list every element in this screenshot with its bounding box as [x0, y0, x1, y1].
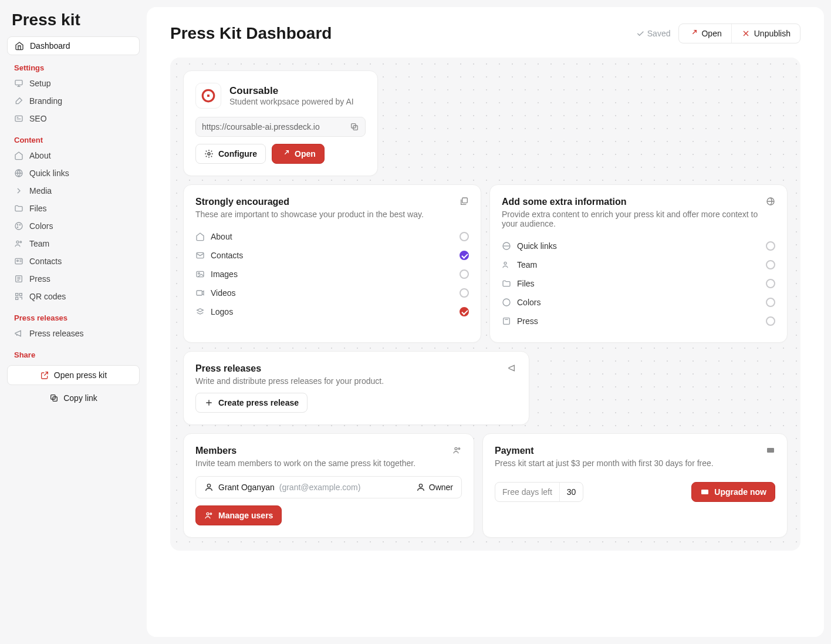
svg-rect-26	[197, 291, 202, 295]
megaphone-icon	[14, 329, 23, 338]
share-link-label: Copy link	[63, 393, 97, 403]
sidebar-item-about[interactable]: About	[7, 147, 140, 164]
sidebar-item-label: QR codes	[29, 292, 66, 301]
nav-section-press-releases: Press releases	[7, 305, 140, 325]
extra-card: Add some extra information Provide extra…	[489, 184, 788, 343]
svg-point-3	[15, 222, 22, 230]
svg-point-29	[504, 262, 506, 264]
open-press-kit-button[interactable]: Open press kit	[7, 365, 140, 385]
todo-item-press[interactable]: Press	[502, 312, 775, 331]
card-subtitle: Provide extra content to enrich your pre…	[502, 210, 766, 228]
product-url: https://coursable-ai.pressdeck.io	[202, 122, 320, 132]
todo-item-about[interactable]: About	[195, 227, 469, 246]
svg-rect-31	[504, 318, 510, 325]
encouraged-card: Strongly encouraged These are important …	[183, 184, 481, 343]
status-circle	[766, 298, 775, 307]
external-link-icon	[40, 370, 49, 380]
configure-button[interactable]: Configure	[195, 144, 266, 164]
credit-card-icon	[766, 446, 775, 455]
sidebar-item-label: Team	[29, 239, 49, 248]
sidebar-item-branding[interactable]: Branding	[7, 92, 140, 110]
svg-point-4	[17, 224, 18, 225]
chevron-right-icon	[14, 186, 23, 195]
free-days-box: Free days left 30	[495, 482, 583, 502]
video-icon	[195, 288, 205, 298]
create-press-release-button[interactable]: Create press release	[195, 393, 308, 413]
product-subtitle: Student workpsace powered by AI	[229, 97, 354, 106]
sidebar-item-label: Press releases	[29, 329, 84, 338]
sidebar-item-colors[interactable]: Colors	[7, 217, 140, 235]
todo-item-logos[interactable]: Logos	[195, 302, 469, 321]
todo-item-colors[interactable]: Colors	[502, 293, 775, 312]
copy-icon[interactable]	[350, 122, 359, 132]
check-icon	[636, 29, 645, 38]
sidebar-item-files[interactable]: Files	[7, 200, 140, 217]
sidebar-item-label: Media	[29, 186, 52, 195]
svg-point-35	[419, 484, 422, 487]
status-circle	[460, 269, 469, 279]
manage-users-button[interactable]: Manage users	[195, 505, 282, 525]
svg-rect-0	[15, 80, 22, 85]
sidebar-item-qr-codes[interactable]: QR codes	[7, 288, 140, 305]
member-row: Grant Oganyan (grant@example.com) Owner	[195, 476, 462, 498]
todo-item-contacts[interactable]: Contacts	[195, 246, 469, 265]
status-circle-done	[460, 307, 469, 316]
sidebar-item-press-releases[interactable]: Press releases	[7, 325, 140, 342]
qr-icon	[14, 292, 23, 301]
sidebar-item-media[interactable]: Media	[7, 182, 140, 200]
plus-icon	[204, 398, 214, 407]
status-circle	[766, 279, 775, 288]
dashboard-area: Coursable Student workpsace powered by A…	[170, 58, 800, 551]
copy-link-button[interactable]: Copy link	[7, 389, 140, 407]
page-title: Press Kit Dashboard	[170, 24, 332, 43]
sidebar-item-quick-links[interactable]: Quick links	[7, 164, 140, 182]
product-logo	[195, 83, 221, 109]
newspaper-icon	[502, 316, 511, 326]
todo-item-images[interactable]: Images	[195, 265, 469, 284]
upgrade-button[interactable]: Upgrade now	[691, 482, 775, 502]
users-icon	[204, 511, 214, 520]
card-subtitle: Press kit start at just $3 per month wit…	[495, 458, 714, 468]
open-product-button[interactable]: Open	[272, 144, 325, 164]
svg-rect-18	[207, 95, 210, 97]
svg-point-32	[455, 447, 457, 450]
svg-rect-13	[19, 294, 22, 296]
home-icon	[195, 232, 205, 241]
seo-icon	[14, 114, 23, 123]
newspaper-icon	[14, 274, 23, 284]
card-title: Press releases	[195, 363, 384, 374]
open-button[interactable]: Open	[679, 24, 731, 43]
sidebar-item-seo[interactable]: SEO	[7, 110, 140, 127]
svg-point-25	[198, 272, 200, 274]
status-circle	[766, 241, 775, 251]
sidebar-item-setup[interactable]: Setup	[7, 75, 140, 92]
product-name: Coursable	[229, 85, 354, 97]
todo-item-files[interactable]: Files	[502, 274, 775, 293]
card-title: Payment	[495, 446, 714, 456]
monitor-icon	[14, 79, 23, 88]
unpublish-button[interactable]: Unpublish	[731, 24, 800, 43]
nav-section-share: Share	[7, 342, 140, 362]
sidebar-item-team[interactable]: Team	[7, 235, 140, 252]
globe-icon	[14, 168, 23, 178]
svg-rect-14	[16, 297, 18, 299]
payment-card: Payment Press kit start at just $3 per m…	[482, 433, 788, 538]
free-days-value: 30	[559, 483, 583, 501]
todo-item-quick-links[interactable]: Quick links	[502, 237, 775, 255]
status-circle	[766, 260, 775, 269]
card-subtitle: These are important to showcase your pro…	[195, 210, 424, 219]
todo-item-videos[interactable]: Videos	[195, 284, 469, 302]
sidebar-item-dashboard[interactable]: Dashboard	[7, 36, 140, 55]
folder-icon	[14, 204, 23, 213]
todo-item-team[interactable]: Team	[502, 255, 775, 274]
sidebar-item-contacts[interactable]: Contacts	[7, 252, 140, 270]
sidebar-item-press[interactable]: Press	[7, 270, 140, 288]
status-circle	[766, 316, 775, 326]
product-url-field[interactable]: https://coursable-ai.pressdeck.io	[195, 117, 366, 137]
svg-point-33	[458, 448, 460, 450]
svg-point-8	[20, 241, 22, 243]
press-releases-card: Press releases Write and distribute pres…	[183, 351, 529, 425]
status-circle	[460, 288, 469, 298]
home-icon	[15, 41, 24, 50]
product-card: Coursable Student workpsace powered by A…	[183, 70, 378, 176]
